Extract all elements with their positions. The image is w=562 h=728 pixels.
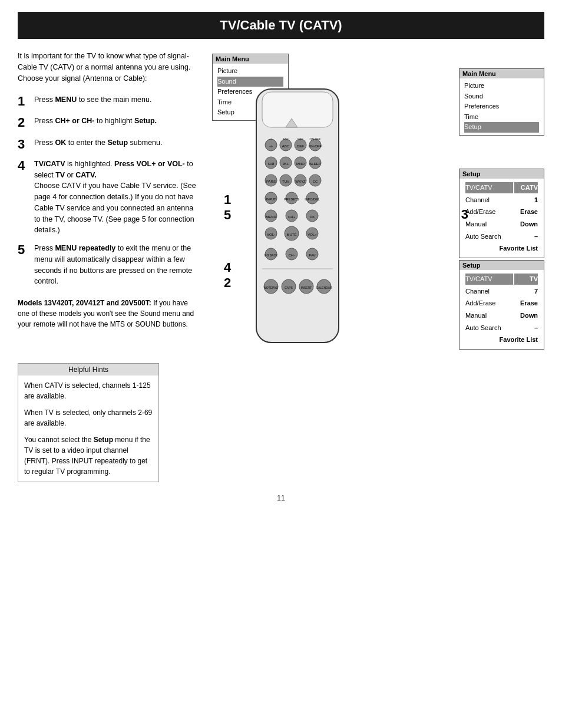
setup-header-tv: Setup (459, 261, 544, 270)
svg-text:MUTE: MUTE (287, 233, 297, 236)
svg-text:DEF: DEF (297, 137, 303, 141)
svg-text:ON·OFF: ON·OFF (309, 144, 322, 148)
svg-text:PARS: PARS (266, 180, 276, 183)
svg-text:ABC: ABC (283, 137, 289, 141)
svg-text:GHI: GHI (268, 162, 275, 166)
svg-text:CH+: CH+ (288, 215, 296, 219)
svg-text:CC: CC (313, 180, 318, 183)
svg-text:CALENDAR: CALENDAR (316, 286, 332, 289)
svg-text:+/-: +/- (269, 144, 273, 148)
remote-svg: +/- ABC DEF ON·OFF GHI JKL MNO SLEEP (244, 83, 351, 348)
steps-list: 1 Press MENU to see the main menu. 2 Pre… (18, 94, 200, 287)
step-5: 5 Press MENU repeatedly to exit the menu… (18, 243, 200, 287)
menu-body-2: Picture Sound Preferences Time Setup (459, 78, 544, 135)
setup-box-tv: Setup TV/CATVTV Channel7 Add/EraseErase … (459, 260, 544, 350)
svg-text:SLEEP: SLEEP (309, 162, 320, 166)
step-5-text: Press MENU repeatedly to exit the menu o… (34, 243, 200, 287)
svg-text:ABC: ABC (282, 144, 290, 148)
svg-text:ON·OFF: ON·OFF (310, 137, 321, 141)
step-2-text: Press CH+ or CH- to highlight Setup. (34, 116, 157, 127)
svg-text:INPUT: INPUT (266, 197, 276, 201)
setup-box-catv: Setup TV/CATVCATV Channel1 Add/EraseEras… (459, 169, 544, 258)
right-column: Main Menu Picture Sound Preferences Time… (212, 51, 544, 345)
step-4-number: 4 (18, 159, 29, 173)
step-1: 1 Press MENU to see the main menu. (18, 94, 200, 108)
svg-text:JKL: JKL (283, 162, 289, 166)
step-3-text: Press OK to enter the Setup submenu. (34, 137, 162, 149)
hints-header: Helpful Hints (18, 364, 158, 375)
hint-2: When TV is selected, only channels 2-69 … (24, 407, 153, 429)
svg-text:WXYZ: WXYZ (295, 180, 306, 183)
svg-text:DEF: DEF (297, 144, 304, 148)
step-3-number: 3 (18, 137, 29, 151)
step-4: 4 TV/CATV is highlighted. Press VOL+ or … (18, 159, 200, 236)
step-label-4-2: 42 (224, 260, 231, 291)
page-number: 11 (0, 494, 562, 508)
svg-text:VOL-: VOL- (267, 233, 275, 236)
step-label-1-5: 15 (224, 192, 231, 223)
svg-text:FAV: FAV (309, 253, 316, 257)
models-note: Models 13V420T, 20V412T and 20V500T: If … (18, 298, 200, 330)
svg-text:MENU: MENU (266, 215, 276, 219)
intro-text: It is important for the TV to know what … (18, 51, 200, 84)
svg-text:CAPS: CAPS (285, 286, 293, 289)
svg-text:PRESETS: PRESETS (284, 197, 299, 201)
menu-header-1: Main Menu (213, 54, 288, 64)
models-note-bold: Models 13V420T, 20V412T and 20V500T: (18, 299, 151, 307)
svg-text:CH-: CH- (289, 253, 295, 257)
step-4-text: TV/CATV is highlighted. Press VOL+ or VO… (34, 159, 200, 236)
step-2-number: 2 (18, 116, 29, 130)
svg-rect-1 (262, 92, 333, 127)
menu-header-2: Main Menu (459, 69, 544, 78)
svg-text:INFO/DEL: INFO/DEL (305, 197, 319, 201)
svg-text:INSERT: INSERT (301, 286, 312, 289)
step-5-number: 5 (18, 243, 29, 257)
diagram-area: Main Menu Picture Sound Preferences Time… (212, 51, 544, 345)
setup-header-catv: Setup (459, 169, 544, 179)
svg-text:OK: OK (310, 215, 315, 219)
step-label-3: 3 (461, 207, 468, 222)
step-1-text: Press MENU to see the main menu. (34, 94, 151, 106)
page-title: TV/Cable TV (CATV) (18, 12, 544, 39)
main-menu-box-2: Main Menu Picture Sound Preferences Time… (459, 68, 544, 136)
step-3: 3 Press OK to enter the Setup submenu. (18, 137, 200, 151)
svg-text:+/-: +/- (269, 137, 273, 141)
hints-section: Helpful Hints When CATV is selected, cha… (0, 351, 562, 494)
hint-1: When CATV is selected, channels 1-125 ar… (24, 380, 153, 401)
left-column: It is important for the TV to know what … (18, 51, 200, 345)
svg-text:TUV: TUV (282, 180, 289, 183)
svg-text:GO BACK: GO BACK (265, 253, 278, 257)
hints-body: When CATV is selected, channels 1-125 ar… (18, 375, 158, 482)
svg-text:NOTEPAD: NOTEPAD (264, 286, 278, 289)
step-1-number: 1 (18, 94, 29, 108)
svg-text:VOL+: VOL+ (308, 233, 317, 236)
setup-body-catv: TV/CATVCATV Channel1 Add/EraseErase Manu… (459, 179, 544, 258)
hint-3: You cannot select the Setup menu if the … (24, 434, 153, 477)
svg-text:MNO: MNO (296, 162, 305, 166)
hints-box: Helpful Hints When CATV is selected, cha… (18, 363, 159, 482)
setup-body-tv: TV/CATVTV Channel7 Add/EraseErase Manual… (459, 270, 544, 349)
remote-control: 15 3 42 +/- (244, 83, 351, 350)
step-2: 2 Press CH+ or CH- to highlight Setup. (18, 116, 200, 130)
